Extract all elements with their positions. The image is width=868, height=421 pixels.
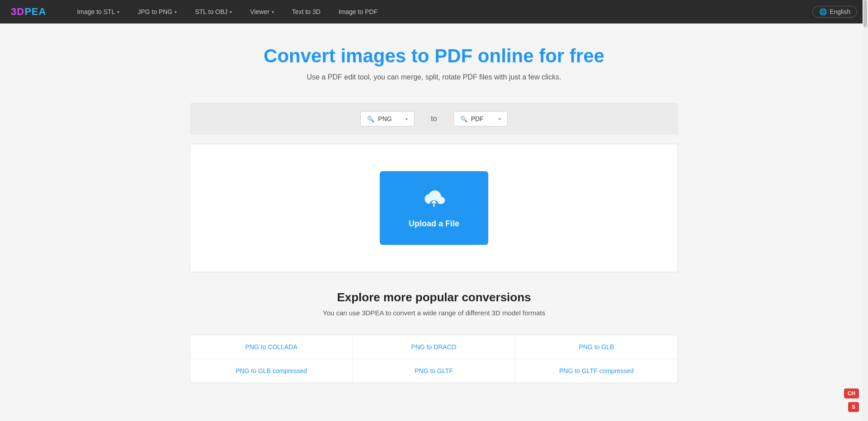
chevron-down-icon: ▾ bbox=[175, 9, 177, 14]
upload-area: Upload a File bbox=[190, 144, 678, 272]
nav-item-image-to-pdf[interactable]: Image to PDF bbox=[330, 0, 387, 23]
scrollbar-track[interactable] bbox=[863, 0, 868, 421]
chevron-down-icon: ▾ bbox=[499, 117, 501, 122]
main-content: Convert images to PDF online for free Us… bbox=[0, 23, 868, 421]
hero-subtitle: Use a PDF edit tool, you can merge, spli… bbox=[9, 73, 859, 81]
explore-subtitle: You can use 3DPEA to convert a wide rang… bbox=[190, 309, 678, 317]
language-button[interactable]: 🌐 English bbox=[812, 6, 857, 18]
scrollbar-thumb[interactable] bbox=[863, 0, 867, 27]
search-icon: 🔍 bbox=[367, 116, 374, 122]
conv-link-png-glb[interactable]: PNG to GLB bbox=[515, 335, 678, 359]
logo-pea: PEA bbox=[24, 6, 46, 17]
conv-link-png-draco[interactable]: PNG to DRACO bbox=[353, 335, 515, 359]
nav-item-jpg-to-png[interactable]: JPG to PNG ▾ bbox=[128, 0, 186, 23]
globe-icon: 🌐 bbox=[819, 8, 827, 15]
conv-link-png-gltf-compressed[interactable]: PNG to GLTF compressed bbox=[515, 359, 678, 383]
nav-item-viewer[interactable]: Viewer ▾ bbox=[241, 0, 283, 23]
hero-section: Convert images to PDF online for free Us… bbox=[0, 23, 868, 90]
ch-badge[interactable]: CH bbox=[844, 388, 859, 398]
to-format-label: PDF bbox=[471, 115, 484, 122]
search-icon: 🔍 bbox=[460, 116, 467, 122]
s-badge[interactable]: S bbox=[848, 402, 859, 412]
conversions-grid: PNG to COLLADA PNG to DRACO PNG to GLB P… bbox=[190, 335, 678, 383]
conv-row-1: PNG to COLLADA PNG to DRACO PNG to GLB bbox=[190, 335, 678, 359]
logo[interactable]: 3DPEA bbox=[11, 6, 46, 18]
chevron-down-icon: ▾ bbox=[406, 117, 408, 122]
language-label: English bbox=[830, 8, 850, 15]
nav-links: Image to STL ▾ JPG to PNG ▾ STL to OBJ ▾… bbox=[68, 0, 812, 23]
converter-bar: 🔍 PNG ▾ to 🔍 PDF ▾ bbox=[190, 103, 678, 135]
upload-button[interactable]: Upload a File bbox=[380, 171, 488, 245]
explore-section: Explore more popular conversions You can… bbox=[190, 290, 678, 326]
from-format-select[interactable]: 🔍 PNG ▾ bbox=[360, 111, 415, 126]
to-format-select[interactable]: 🔍 PDF ▾ bbox=[453, 111, 508, 126]
conv-link-png-gltf[interactable]: PNG to GLTF bbox=[353, 359, 515, 383]
chevron-down-icon: ▾ bbox=[117, 9, 119, 14]
conv-row-2: PNG to GLB compressed PNG to GLTF PNG to… bbox=[190, 359, 678, 383]
nav-item-image-to-stl[interactable]: Image to STL ▾ bbox=[68, 0, 128, 23]
explore-title: Explore more popular conversions bbox=[190, 290, 678, 304]
conv-link-png-collada[interactable]: PNG to COLLADA bbox=[190, 335, 353, 359]
chevron-down-icon: ▾ bbox=[230, 9, 232, 14]
navbar: 3DPEA Image to STL ▾ JPG to PNG ▾ STL to… bbox=[0, 0, 868, 23]
to-label: to bbox=[431, 115, 437, 123]
page-title: Convert images to PDF online for free bbox=[9, 45, 859, 67]
logo-3d: 3D bbox=[11, 6, 24, 17]
cloud-upload-icon bbox=[420, 187, 448, 214]
bottom-right-widgets: CH S bbox=[844, 388, 859, 412]
conv-link-png-glb-compressed[interactable]: PNG to GLB compressed bbox=[190, 359, 353, 383]
upload-button-label: Upload a File bbox=[409, 219, 459, 229]
nav-item-stl-to-obj[interactable]: STL to OBJ ▾ bbox=[186, 0, 241, 23]
nav-item-text-to-3d[interactable]: Text to 3D bbox=[283, 0, 330, 23]
chevron-down-icon: ▾ bbox=[272, 9, 274, 14]
from-format-label: PNG bbox=[378, 115, 392, 122]
